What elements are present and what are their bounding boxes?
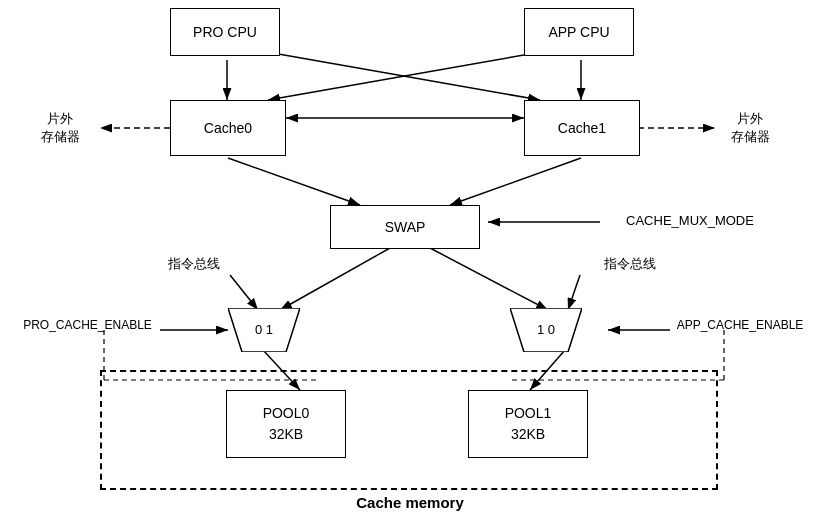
svg-line-15 — [280, 248, 390, 310]
swap-box: SWAP — [330, 205, 480, 249]
cache1-label: Cache1 — [558, 120, 606, 136]
cache-memory-box — [100, 370, 718, 490]
cache0-box: Cache0 — [170, 100, 286, 156]
diagram: PRO CPU APP CPU Cache0 Cache1 SWAP 0 1 1… — [0, 0, 829, 521]
pro-cpu-label: PRO CPU — [193, 24, 257, 40]
ext-mem-left-label: 片外存储器 — [30, 110, 90, 146]
swap-label: SWAP — [385, 219, 426, 235]
mux-right: 1 0 — [510, 308, 582, 352]
pro-cpu-box: PRO CPU — [170, 8, 280, 56]
mux-left: 0 1 — [228, 308, 300, 352]
app-cpu-label: APP CPU — [548, 24, 609, 40]
app-cache-enable-label: APP_CACHE_ENABLE — [660, 318, 820, 332]
svg-line-18 — [568, 275, 580, 310]
svg-text:0   1: 0 1 — [255, 322, 273, 337]
svg-line-16 — [430, 248, 548, 310]
cache1-box: Cache1 — [524, 100, 640, 156]
svg-line-12 — [228, 158, 360, 205]
ext-mem-right-label: 片外存储器 — [720, 110, 780, 146]
cache0-label: Cache0 — [204, 120, 252, 136]
cache-memory-label: Cache memory — [280, 494, 540, 511]
svg-line-8 — [268, 52, 541, 100]
svg-line-7 — [267, 52, 540, 100]
svg-line-13 — [450, 158, 581, 205]
pro-cache-enable-label: PRO_CACHE_ENABLE — [10, 318, 165, 332]
svg-text:1   0: 1 0 — [537, 322, 555, 337]
cache-mux-mode-label: CACHE_MUX_MODE — [600, 213, 780, 228]
instr-bus-left-label: 指令总线 — [130, 255, 220, 273]
svg-line-17 — [230, 275, 258, 310]
instr-bus-right-label: 指令总线 — [585, 255, 675, 273]
app-cpu-box: APP CPU — [524, 8, 634, 56]
